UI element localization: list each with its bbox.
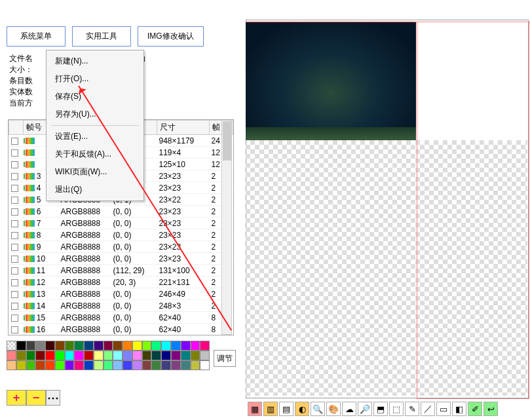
palette-swatch[interactable]: [26, 351, 36, 360]
palette-swatch[interactable]: [161, 360, 171, 370]
tool-pen2[interactable]: ✐: [468, 402, 482, 416]
palette-swatch[interactable]: [132, 360, 142, 370]
checkbox[interactable]: [11, 220, 18, 227]
palette-swatch[interactable]: [94, 351, 104, 360]
tool-crop[interactable]: ⬚: [389, 402, 404, 416]
checkbox[interactable]: [11, 303, 18, 310]
tool-crop-in[interactable]: ⬒: [373, 402, 388, 416]
palette-swatch[interactable]: [142, 351, 152, 360]
checkbox[interactable]: [11, 267, 18, 275]
tool-grid[interactable]: ▦: [248, 402, 262, 416]
palette-swatch[interactable]: [94, 341, 104, 351]
table-row[interactable]: 17 ARGB8888(0, 0)62×408: [9, 335, 233, 336]
palette-swatch[interactable]: [26, 360, 36, 370]
color-palette[interactable]: [7, 341, 210, 370]
tool-back[interactable]: ↩: [483, 402, 498, 416]
palette-swatch[interactable]: [181, 351, 191, 360]
palette-swatch[interactable]: [161, 341, 171, 351]
checkbox[interactable]: [11, 232, 18, 239]
palette-swatch[interactable]: [7, 341, 16, 351]
tool-zoom[interactable]: 🔎: [358, 402, 372, 416]
table-row[interactable]: 15 ARGB8888(0, 0)62×408: [9, 312, 233, 324]
palette-swatch[interactable]: [94, 360, 104, 370]
palette-swatch[interactable]: [104, 341, 113, 351]
palette-swatch[interactable]: [104, 351, 113, 360]
palette-swatch[interactable]: [200, 351, 210, 360]
menu-save[interactable]: 保存(S): [48, 88, 142, 105]
palette-swatch[interactable]: [142, 360, 152, 370]
menu-about[interactable]: 关于和反馈(A)...: [48, 145, 142, 163]
tool-palette[interactable]: 🎨: [326, 402, 341, 416]
palette-swatch[interactable]: [35, 351, 45, 360]
palette-swatch[interactable]: [74, 341, 84, 351]
palette-extra[interactable]: ⋯: [46, 390, 60, 406]
checkbox[interactable]: [11, 315, 18, 322]
img-confirm-button[interactable]: IMG修改确认: [138, 26, 204, 47]
palette-minus[interactable]: −: [26, 390, 46, 406]
table-row[interactable]: 6 ARGB8888(0, 0)23×232: [9, 206, 233, 218]
checkbox[interactable]: [11, 279, 18, 286]
palette-swatch[interactable]: [191, 351, 200, 360]
tool-row[interactable]: ▤: [279, 402, 293, 416]
palette-swatch[interactable]: [123, 341, 132, 351]
table-row[interactable]: 14 ARGB8888(0, 0)248×32: [9, 300, 233, 312]
palette-swatch[interactable]: [45, 360, 55, 370]
palette-swatch[interactable]: [104, 360, 113, 370]
palette-swatch[interactable]: [132, 351, 142, 360]
table-row[interactable]: 10 ARGB8888(0, 0)23×232: [9, 253, 233, 265]
table-row[interactable]: 8 ARGB8888(0, 0)23×232: [9, 229, 233, 241]
palette-swatch[interactable]: [55, 341, 65, 351]
palette-swatch[interactable]: [113, 360, 123, 370]
palette-swatch[interactable]: [200, 360, 210, 370]
tools-button[interactable]: 实用工具: [72, 26, 131, 47]
table-row[interactable]: 11 ARGB8888(112, 29)131×1002: [9, 265, 233, 277]
palette-swatch[interactable]: [113, 351, 123, 360]
palette-swatch[interactable]: [84, 341, 94, 351]
palette-swatch[interactable]: [74, 360, 84, 370]
palette-swatch[interactable]: [65, 351, 75, 360]
palette-swatch[interactable]: [181, 360, 191, 370]
checkbox[interactable]: [11, 208, 18, 216]
palette-swatch[interactable]: [35, 341, 45, 351]
palette-swatch[interactable]: [171, 360, 181, 370]
palette-swatch[interactable]: [55, 351, 65, 360]
palette-plus[interactable]: +: [7, 390, 26, 406]
palette-swatch[interactable]: [123, 351, 132, 360]
palette-swatch[interactable]: [16, 341, 26, 351]
tool-find[interactable]: 🔍: [311, 402, 325, 416]
menu-exit[interactable]: 退出(Q): [48, 181, 142, 199]
palette-swatch[interactable]: [132, 341, 142, 351]
palette-swatch[interactable]: [26, 341, 36, 351]
table-row[interactable]: 16 ARGB8888(0, 0)62×408: [9, 324, 233, 335]
palette-swatch[interactable]: [16, 360, 26, 370]
palette-swatch[interactable]: [151, 341, 161, 351]
tool-edit[interactable]: ／: [421, 402, 435, 416]
palette-swatch[interactable]: [7, 351, 16, 360]
checkbox[interactable]: [11, 256, 18, 263]
palette-swatch[interactable]: [171, 341, 181, 351]
tool-erase2[interactable]: ◧: [452, 402, 466, 416]
table-scrollbar[interactable]: [221, 120, 232, 335]
table-row[interactable]: 7 ARGB8888(0, 0)23×232: [9, 218, 233, 229]
tool-cat[interactable]: ◐: [295, 402, 309, 416]
palette-swatch[interactable]: [35, 360, 45, 370]
palette-swatch[interactable]: [161, 351, 171, 360]
checkbox[interactable]: [11, 149, 18, 157]
palette-swatch[interactable]: [16, 351, 26, 360]
checkbox[interactable]: [11, 161, 18, 168]
tool-rect[interactable]: ▭: [436, 402, 451, 416]
palette-swatch[interactable]: [191, 360, 200, 370]
palette-swatch[interactable]: [151, 360, 161, 370]
palette-swatch[interactable]: [181, 341, 191, 351]
tool-pen[interactable]: ✎: [405, 402, 419, 416]
col-size[interactable]: 尺寸: [157, 121, 210, 135]
palette-swatch[interactable]: [123, 360, 132, 370]
palette-swatch[interactable]: [45, 351, 55, 360]
palette-swatch[interactable]: [151, 351, 161, 360]
palette-swatch[interactable]: [84, 360, 94, 370]
palette-swatch[interactable]: [45, 341, 55, 351]
checkbox[interactable]: [11, 326, 18, 334]
system-menu-button[interactable]: 系统菜单: [7, 26, 66, 47]
palette-swatch[interactable]: [200, 341, 210, 351]
checkbox[interactable]: [11, 173, 18, 180]
